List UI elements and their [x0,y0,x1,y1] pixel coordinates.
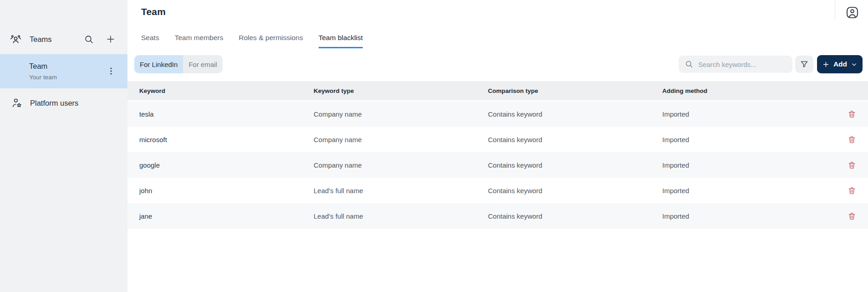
tab-bar: Seats Team members Roles & permissions T… [141,34,363,48]
cell-comparison-type: Contains keyword [488,136,662,143]
add-button-label: Add [833,60,847,68]
sidebar-item-platform-users[interactable]: Platform users [0,88,127,118]
trash-icon[interactable] [847,134,857,144]
cell-keyword-type: Company name [314,136,488,143]
table-row: john Lead's full name Contains keyword I… [127,178,868,203]
person-star-icon [11,97,23,109]
cell-comparison-type: Contains keyword [488,110,662,118]
kebab-menu-icon[interactable] [107,67,116,76]
trash-icon[interactable] [847,211,857,221]
search-icon[interactable] [84,34,94,45]
cell-adding-method: Imported [662,110,837,118]
cell-keyword: jane [139,212,314,220]
table-row: jane Lead's full name Contains keyword I… [127,203,868,229]
column-header-adding-method: Adding method [662,87,837,94]
table-row: tesla Company name Contains keyword Impo… [127,101,868,127]
cell-adding-method: Imported [662,161,837,169]
team-item-subtitle: Your team [29,74,57,81]
cell-keyword: tesla [139,110,314,118]
cell-adding-method: Imported [662,212,837,220]
trash-icon[interactable] [847,185,857,195]
column-header-keyword: Keyword [139,87,314,94]
page-title: Team [141,6,166,17]
cell-keyword: google [139,161,314,169]
sidebar-teams-label: Teams [30,35,84,44]
blacklist-table: Keyword Keyword type Comparison type Add… [127,81,868,229]
search-keywords-input[interactable] [698,61,789,68]
plus-icon[interactable] [106,34,116,44]
tab-seats[interactable]: Seats [141,34,159,48]
cell-adding-method: Imported [662,187,837,195]
cell-comparison-type: Contains keyword [488,161,662,169]
platform-users-label: Platform users [30,99,78,108]
sidebar-item-team[interactable]: Team Your team [0,54,127,88]
cell-adding-method: Imported [662,136,837,143]
column-header-keyword-type: Keyword type [314,87,488,94]
blacklist-scope-toggle: For LinkedIn For email [134,55,223,73]
cell-comparison-type: Contains keyword [488,187,662,195]
segment-for-linkedin[interactable]: For LinkedIn [134,55,183,73]
search-icon [685,60,694,69]
sidebar: Teams Team Your team [0,0,127,292]
column-header-comparison-type: Comparison type [488,87,662,94]
teams-people-icon [10,33,22,46]
user-avatar-icon[interactable] [845,5,859,20]
tab-roles-permissions[interactable]: Roles & permissions [239,34,303,48]
sidebar-teams-header: Teams [0,28,127,50]
segment-for-email[interactable]: For email [183,55,223,73]
trash-icon[interactable] [847,109,857,119]
table-header-row: Keyword Keyword type Comparison type Add… [127,81,868,100]
funnel-icon[interactable] [795,56,813,73]
cell-keyword-type: Company name [314,161,488,169]
cell-keyword: john [139,187,314,195]
cell-comparison-type: Contains keyword [488,212,662,220]
plus-icon [822,61,829,68]
tab-team-members[interactable]: Team members [175,34,223,48]
search-keywords-box[interactable] [679,56,792,73]
topbar-divider [835,0,835,20]
add-button[interactable]: Add [817,55,863,73]
table-row: microsoft Company name Contains keyword … [127,127,868,152]
controls-bar: For LinkedIn For email Add [134,55,863,73]
main-content: Team Seats Team members Roles & permissi… [127,0,868,292]
cell-keyword-type: Company name [314,110,488,118]
chevron-down-icon [851,61,857,67]
cell-keyword-type: Lead's full name [314,187,488,195]
table-row: google Company name Contains keyword Imp… [127,152,868,178]
trash-icon[interactable] [847,160,857,170]
cell-keyword-type: Lead's full name [314,212,488,220]
team-item-name: Team [29,62,47,71]
tab-team-blacklist[interactable]: Team blacklist [319,34,363,48]
cell-keyword: microsoft [139,136,314,143]
